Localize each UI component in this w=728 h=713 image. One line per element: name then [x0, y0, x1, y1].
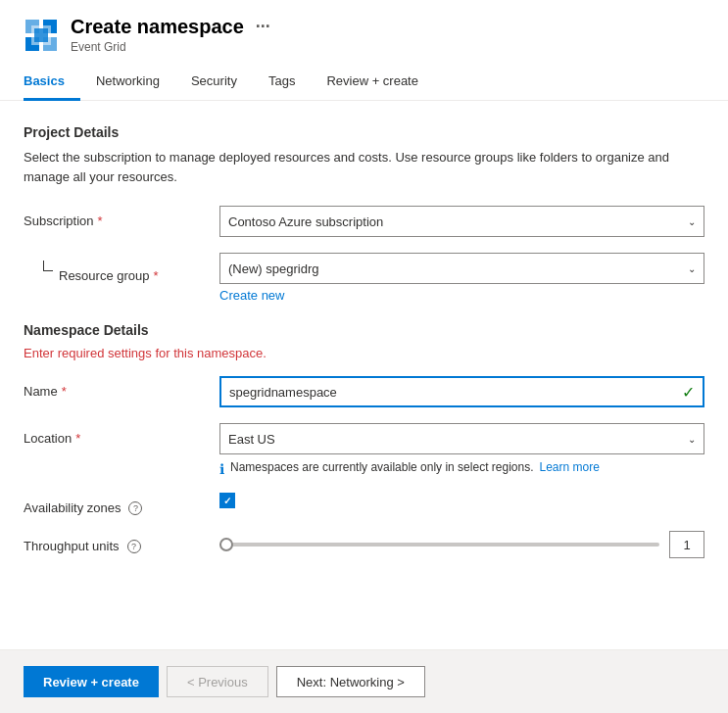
namespace-details-title: Namespace Details — [24, 322, 704, 338]
project-details-title: Project Details — [24, 124, 704, 140]
location-label: Location * — [24, 423, 219, 446]
throughput-value-box: 1 — [669, 531, 704, 558]
availability-zones-label: Availability zones ? — [24, 493, 219, 515]
availability-zones-checkbox[interactable] — [219, 493, 235, 508]
header-text-block: Create namespace ··· Event Grid — [71, 16, 274, 54]
location-info-box: ℹ Namespaces are currently available onl… — [219, 460, 704, 477]
throughput-slider[interactable] — [219, 543, 659, 547]
availability-zones-help-icon[interactable]: ? — [128, 501, 142, 515]
event-grid-icon — [24, 18, 59, 53]
previous-button: < Previous — [167, 666, 268, 697]
throughput-thumb[interactable] — [219, 538, 233, 551]
namespace-name-field: Name * spegridnamespace ✓ — [24, 376, 704, 407]
valid-icon: ✓ — [682, 383, 695, 402]
project-details-desc: Select the subscription to manage deploy… — [24, 148, 704, 186]
namespace-name-input[interactable]: spegridnamespace ✓ — [219, 376, 704, 407]
namespace-name-label: Name * — [24, 376, 219, 399]
resource-group-dropdown[interactable]: (New) spegridrg ⌄ — [219, 253, 704, 284]
location-field: Location * East US ⌄ ℹ Namespaces are cu… — [24, 423, 704, 477]
tab-bar: Basics Networking Security Tags Review +… — [0, 66, 728, 101]
throughput-field: Throughput units ? 1 — [24, 531, 704, 558]
throughput-slider-wrap: 1 — [219, 531, 704, 558]
svg-rect-5 — [34, 28, 48, 42]
page-header: Create namespace ··· Event Grid — [0, 0, 728, 62]
location-info-text: Namespaces are currently available only … — [230, 460, 534, 474]
namespace-required-hint: Enter required settings for this namespa… — [24, 346, 704, 360]
tab-security[interactable]: Security — [175, 66, 253, 101]
throughput-label: Throughput units ? — [24, 531, 219, 553]
location-dropdown[interactable]: East US ⌄ — [219, 423, 704, 454]
learn-more-link[interactable]: Learn more — [540, 460, 600, 474]
location-chevron-icon: ⌄ — [688, 434, 696, 445]
resource-group-row: Resource group * (New) spegridrg ⌄ Creat… — [24, 253, 704, 303]
tab-review-create[interactable]: Review + create — [311, 66, 434, 101]
ellipsis-menu-button[interactable]: ··· — [252, 17, 274, 37]
info-icon: ℹ — [219, 461, 224, 477]
create-new-link[interactable]: Create new — [219, 288, 704, 303]
footer: Review + create < Previous Next: Network… — [0, 649, 728, 713]
throughput-help-icon[interactable]: ? — [127, 540, 141, 553]
tab-networking[interactable]: Networking — [80, 66, 175, 101]
subscription-chevron-icon: ⌄ — [688, 216, 696, 227]
subscription-dropdown[interactable]: Contoso Azure subscription ⌄ — [219, 206, 704, 237]
tab-basics[interactable]: Basics — [24, 66, 80, 101]
next-button[interactable]: Next: Networking > — [276, 666, 425, 697]
review-create-button[interactable]: Review + create — [24, 666, 159, 697]
tab-tags[interactable]: Tags — [253, 66, 311, 101]
page-title: Create namespace — [71, 16, 244, 38]
page-subtitle: Event Grid — [71, 40, 274, 54]
subscription-field: Subscription * Contoso Azure subscriptio… — [24, 206, 704, 237]
indent-bracket — [43, 261, 53, 271]
subscription-label: Subscription * — [24, 206, 219, 228]
namespace-details-section: Namespace Details Enter required setting… — [24, 322, 704, 558]
resource-group-chevron-icon: ⌄ — [688, 263, 696, 274]
main-content: Project Details Select the subscription … — [0, 101, 728, 649]
availability-zones-field: Availability zones ? — [24, 493, 704, 515]
